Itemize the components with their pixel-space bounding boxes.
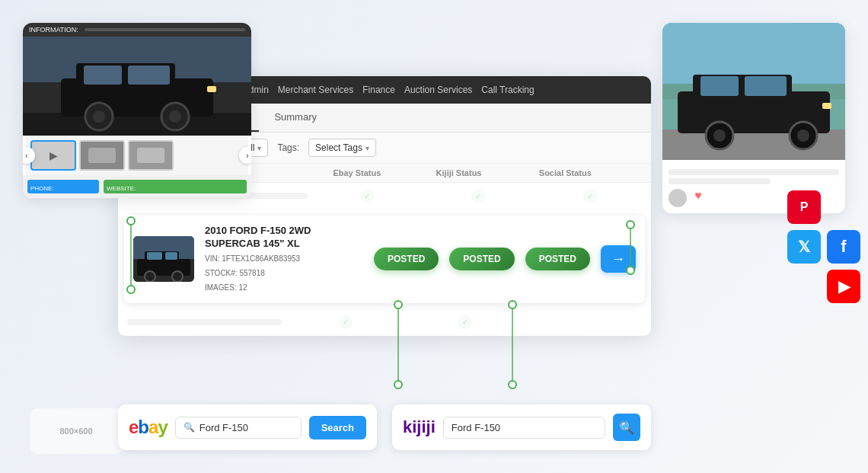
- svg-point-37: [797, 129, 809, 142]
- thumbnail-row: ▶ ‹ ›: [26, 136, 248, 175]
- faded-row-2: ✓ ✓: [124, 309, 645, 336]
- highlight-car-svg: [133, 236, 194, 282]
- placeholder-1: [669, 169, 839, 175]
- play-icon: ▶: [49, 149, 58, 161]
- car-svg: [23, 37, 251, 136]
- car-thumbnail: [133, 236, 194, 282]
- kijiji-search-input[interactable]: [452, 422, 597, 433]
- ebay-search-icon: 🔍: [183, 422, 195, 433]
- left-vehicle-card: INFORMATION:: [23, 23, 251, 198]
- check-5: ✓: [458, 315, 472, 329]
- arrow-right-icon: →: [611, 251, 625, 267]
- kijiji-logo: kijiji: [403, 417, 436, 437]
- pinterest-icon: P: [800, 200, 809, 214]
- youtube-icon: ▶: [838, 277, 850, 296]
- ebay-logo: ebay: [129, 417, 168, 438]
- info-label: INFORMATION:: [29, 26, 78, 34]
- right-vehicle-card: ♥: [662, 23, 845, 213]
- thumb-container: ▶ ‹ ›: [23, 136, 251, 175]
- svg-rect-48: [165, 252, 177, 260]
- col-ebay: Ebay Status: [333, 168, 436, 177]
- facebook-icon: f: [841, 237, 846, 257]
- thumb-3[interactable]: [128, 140, 174, 171]
- avatar-placeholder: [669, 189, 687, 207]
- car-stock: STOCK#: 557818: [205, 267, 363, 280]
- placeholder-2: [669, 178, 771, 184]
- right-car-image: [662, 23, 845, 160]
- nav-finance[interactable]: Finance: [362, 85, 395, 95]
- header-bar: [85, 28, 245, 31]
- svg-point-9: [509, 381, 516, 388]
- faded-rows-below: ✓ ✓: [118, 309, 651, 336]
- svg-rect-39: [745, 76, 787, 96]
- model-arrow-icon: ▾: [257, 144, 261, 152]
- check-4: ✓: [339, 315, 353, 329]
- right-car-svg: [662, 23, 845, 160]
- car-info: 2010 FORD F-150 2WD SUPERCAB 145" XL VIN…: [205, 225, 363, 294]
- phone-badge: PHONE:: [27, 180, 99, 193]
- svg-rect-22: [128, 66, 170, 85]
- thumb-img-2: [81, 142, 123, 169]
- tags-select[interactable]: Select Tags ▾: [308, 139, 376, 157]
- check-2: ✓: [471, 189, 485, 203]
- social-icons-panel: P 𝕏 f ▶: [787, 190, 860, 303]
- svg-rect-38: [700, 76, 739, 96]
- kijiji-posted-badge[interactable]: POSTED: [449, 248, 514, 270]
- kijiji-search-icon: 🔍: [619, 420, 634, 435]
- dimension-label: 800×600: [30, 408, 122, 454]
- ebay-posted-badge[interactable]: POSTED: [374, 248, 439, 270]
- next-thumb-button[interactable]: ›: [239, 147, 251, 164]
- svg-point-36: [713, 129, 726, 142]
- svg-point-19: [93, 110, 105, 123]
- car-vin: VIN: 1FTEX1C86AKB83953: [205, 253, 363, 265]
- ebay-search-input[interactable]: [199, 422, 293, 433]
- nav-merchant[interactable]: Merchant Services: [278, 85, 353, 95]
- website-badge: WEBSITE:: [104, 180, 247, 193]
- kijiji-search-card: kijiji 🔍: [392, 404, 651, 450]
- ebay-search-card: ebay 🔍 Search: [118, 404, 377, 450]
- card-header: INFORMATION:: [23, 23, 251, 37]
- tab-summary[interactable]: Summary: [259, 104, 332, 132]
- col-social: Social Status: [539, 168, 642, 177]
- ebay-search-button[interactable]: Search: [309, 416, 366, 439]
- twitter-icon: 𝕏: [798, 238, 810, 256]
- nav-call[interactable]: Call Tracking: [481, 85, 534, 95]
- svg-rect-25: [88, 148, 116, 163]
- svg-rect-23: [207, 86, 216, 92]
- ebay-search-input-wrap[interactable]: 🔍: [175, 417, 302, 439]
- svg-rect-21: [84, 66, 122, 85]
- thumb-2[interactable]: [79, 140, 125, 171]
- svg-rect-27: [137, 148, 164, 163]
- svg-rect-40: [822, 103, 831, 109]
- social-posted-badge[interactable]: POSTED: [525, 248, 590, 270]
- car-title: 2010 FORD F-150 2WD SUPERCAB 145" XL: [205, 225, 363, 251]
- svg-rect-47: [147, 252, 162, 260]
- main-car-image: [23, 37, 251, 136]
- heart-icon: ♥: [691, 189, 705, 203]
- kijiji-search-input-wrap[interactable]: [443, 417, 605, 439]
- scene: INFORMATION:: [0, 0, 868, 473]
- thumb-1[interactable]: ▶: [30, 140, 76, 171]
- svg-point-7: [394, 381, 402, 388]
- car-images: IMAGES: 12: [205, 282, 363, 294]
- youtube-button[interactable]: ▶: [827, 270, 860, 303]
- bottom-search-bars: ebay 🔍 Search kijiji 🔍: [118, 404, 651, 450]
- svg-point-45: [145, 271, 155, 282]
- twitter-button[interactable]: 𝕏: [787, 230, 821, 264]
- card-footer: PHONE: WEBSITE:: [23, 175, 251, 198]
- col-kijiji: Kijiji Status: [436, 168, 539, 177]
- svg-point-20: [169, 110, 181, 123]
- faded-bar-2: [127, 319, 282, 325]
- check-3: ✓: [583, 189, 597, 203]
- kijiji-search-button[interactable]: 🔍: [613, 414, 640, 441]
- highlight-row: 2010 FORD F-150 2WD SUPERCAB 145" XL VIN…: [124, 216, 645, 303]
- facebook-button[interactable]: f: [827, 230, 860, 264]
- nav-auction[interactable]: Auction Services: [404, 85, 472, 95]
- check-1: ✓: [360, 189, 374, 203]
- view-detail-button[interactable]: →: [601, 245, 636, 273]
- pinterest-button[interactable]: P: [787, 190, 821, 224]
- tags-arrow-icon: ▾: [365, 144, 369, 152]
- tags-label: Tags:: [277, 142, 299, 153]
- svg-point-46: [172, 271, 183, 282]
- thumb-img-3: [129, 142, 172, 169]
